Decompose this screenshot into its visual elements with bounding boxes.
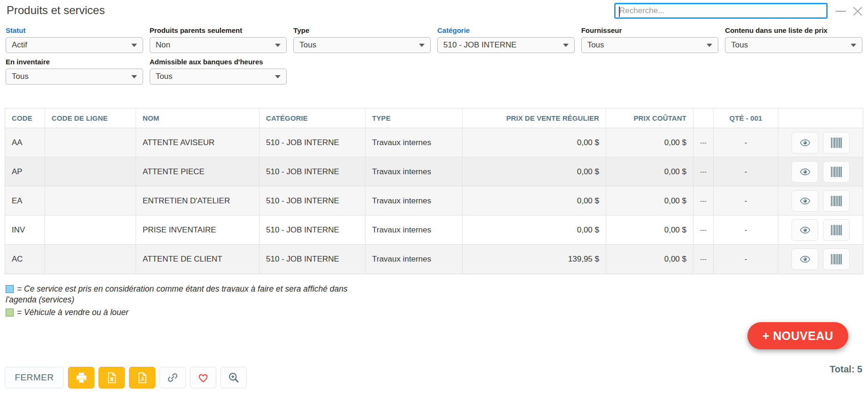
link-button[interactable]	[160, 367, 186, 388]
barcode-button[interactable]	[823, 132, 850, 154]
table-cell: AP	[5, 157, 45, 186]
filters-panel: Statut Actif Produits parents seulement …	[0, 23, 868, 85]
filter-value: Tous	[587, 40, 703, 50]
table-cell: -	[714, 186, 778, 215]
view-product-button[interactable]	[792, 190, 818, 212]
table-row[interactable]: EAENTRETIEN D'ATELIER510 - JOB INTERNETr…	[5, 186, 863, 216]
filter-value: Actif	[12, 40, 128, 50]
table-cell: ENTRETIEN D'ATELIER	[136, 186, 259, 215]
filter-banques-heures-select[interactable]: Tous	[150, 69, 287, 85]
chevron-down-icon	[851, 44, 856, 47]
chevron-down-icon	[275, 44, 281, 47]
table-cell	[45, 245, 136, 274]
chevron-down-icon	[419, 44, 425, 47]
magnifier-plus-icon	[228, 371, 240, 384]
column-header	[693, 108, 714, 128]
filter-type-select[interactable]: Tous	[293, 37, 431, 53]
barcode-button[interactable]	[823, 248, 850, 270]
print-button[interactable]	[68, 367, 94, 388]
column-header: CATÉGORIE	[259, 108, 365, 128]
chevron-down-icon	[131, 44, 137, 47]
favorite-button[interactable]	[190, 367, 216, 388]
new-button[interactable]: + NOUVEAU	[747, 322, 848, 349]
table-cell	[45, 186, 136, 215]
close-button[interactable]	[850, 4, 865, 19]
barcode-icon	[830, 225, 843, 235]
table-row[interactable]: INVPRISE INVENTAIRE510 - JOB INTERNETrav…	[5, 216, 863, 245]
filter-fournisseur-select[interactable]: Tous	[581, 37, 719, 53]
view-product-button[interactable]	[792, 132, 818, 154]
table-cell: 510 - JOB INTERNE	[259, 186, 365, 215]
view-product-button[interactable]	[792, 161, 818, 183]
view-product-button[interactable]	[792, 219, 818, 241]
view-product-button[interactable]	[792, 248, 818, 270]
filter-produits-parents: Produits parents seulement Non	[150, 26, 287, 53]
file-pdf-icon	[136, 371, 149, 384]
filter-statut: Statut Actif	[6, 26, 143, 53]
legend-swatch	[6, 309, 14, 317]
table-body: AAATTENTE AVISEUR510 - JOB INTERNETravau…	[5, 128, 863, 274]
table-cell: -	[714, 245, 778, 274]
minimize-icon	[836, 11, 846, 12]
zoom-button[interactable]	[221, 367, 247, 388]
text-cursor	[619, 7, 620, 17]
barcode-button[interactable]	[823, 219, 850, 241]
search-input[interactable]	[616, 4, 826, 17]
legend-item: = Véhicule à vendre ou à louer	[6, 307, 362, 318]
minimize-button[interactable]	[833, 4, 848, 19]
legend-swatch	[6, 285, 14, 293]
table-cell: ---	[693, 216, 714, 244]
column-header: PRIX DE VENTE RÉGULIER	[463, 108, 606, 128]
barcode-icon	[830, 138, 843, 148]
table-cell: -	[714, 157, 778, 186]
table-cell: Travaux internes	[365, 157, 463, 186]
legend-item: = Ce service est pris en considération c…	[6, 284, 362, 305]
heart-icon	[197, 371, 209, 384]
table-cell: 0,00 $	[463, 128, 606, 157]
eye-icon	[799, 254, 812, 265]
filter-categorie-select[interactable]: 510 - JOB INTERNE	[437, 37, 575, 53]
table-cell: ATTENTE PIECE	[136, 157, 259, 186]
table-cell: -	[714, 216, 778, 244]
barcode-icon	[830, 196, 843, 206]
filter-en-inventaire-select[interactable]: Tous	[6, 69, 143, 85]
printer-icon	[75, 371, 88, 384]
filter-value: 510 - JOB INTERNE	[443, 40, 559, 50]
barcode-button[interactable]	[823, 161, 850, 183]
column-header: TYPE	[365, 108, 463, 128]
table-cell: ---	[693, 128, 714, 157]
export-excel-button[interactable]	[99, 367, 125, 388]
link-icon	[167, 371, 179, 384]
table-cell: Travaux internes	[365, 216, 463, 244]
table-row[interactable]: ACATTENTE DE CLIENT510 - JOB INTERNETrav…	[5, 245, 863, 274]
table-cell: 0,00 $	[606, 216, 693, 244]
column-header: QTÉ - 001	[714, 108, 778, 128]
table-cell: 510 - JOB INTERNE	[259, 216, 365, 244]
products-services-window: Produits et services Statut Actif Produi…	[0, 0, 868, 394]
fermer-button[interactable]: FERMER	[5, 367, 64, 388]
table-cell: 0,00 $	[606, 157, 693, 186]
close-icon	[852, 5, 864, 17]
barcode-button[interactable]	[823, 190, 850, 212]
table-cell: Travaux internes	[365, 186, 463, 215]
column-header: CODE DE LIGNE	[45, 108, 136, 128]
table-row[interactable]: AAATTENTE AVISEUR510 - JOB INTERNETravau…	[5, 128, 863, 157]
table-row[interactable]: APATTENTE PIECE510 - JOB INTERNETravaux …	[5, 157, 863, 186]
filter-produits-parents-select[interactable]: Non	[150, 37, 287, 53]
filter-en-inventaire: En inventaire Tous	[6, 58, 143, 85]
eye-icon	[799, 166, 812, 178]
table-cell: ---	[693, 245, 714, 274]
table-cell: INV	[5, 216, 45, 244]
table-cell: ATTENTE AVISEUR	[136, 128, 259, 157]
filter-label: Catégorie	[437, 26, 575, 34]
filter-liste-de-prix-select[interactable]: Tous	[725, 37, 862, 53]
filter-statut-select[interactable]: Actif	[6, 37, 143, 53]
products-table: CODECODE DE LIGNENOMCATÉGORIETYPEPRIX DE…	[5, 108, 863, 274]
barcode-icon	[830, 167, 843, 177]
filter-value: Non	[156, 40, 272, 50]
filter-type: Type Tous	[293, 26, 431, 53]
filter-label: En inventaire	[6, 58, 143, 66]
row-actions	[778, 157, 863, 186]
barcode-icon	[830, 254, 843, 264]
export-pdf-button[interactable]	[129, 367, 155, 388]
